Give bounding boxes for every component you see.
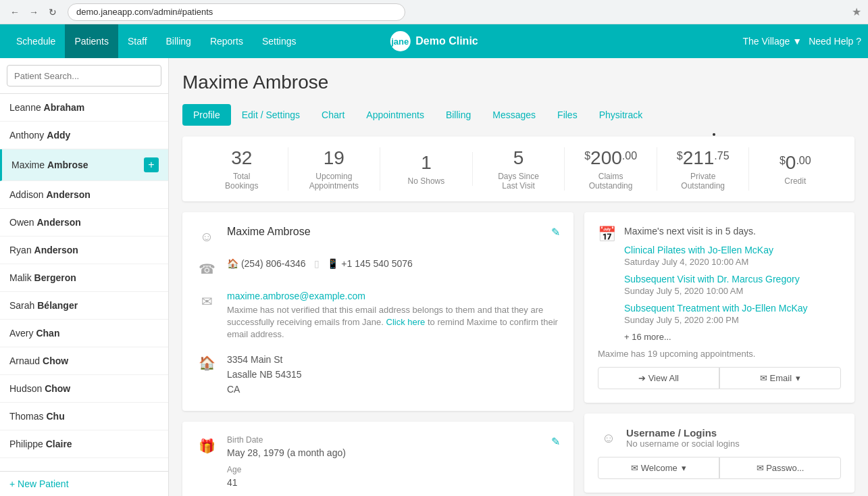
browser-nav-buttons: ← → ↻ <box>7 4 61 20</box>
welcome-dropdown-icon: ▾ <box>682 463 686 473</box>
gift-icon: 🎁 <box>196 435 218 457</box>
birth-label: Birth Date <box>227 435 560 445</box>
login-title: Username / Logins <box>626 427 740 439</box>
address-line1: 3354 Main St <box>227 352 560 367</box>
home-phone-value: (254) 806-4346 <box>241 258 306 269</box>
click-here-link[interactable]: Click here <box>386 317 426 327</box>
tab-appointments[interactable]: Appointments <box>355 104 435 126</box>
patient-item-leanne-abraham[interactable]: Leanne Abraham <box>0 94 168 122</box>
email-dropdown-icon: ▾ <box>796 373 800 383</box>
name-row: ☺ Maxime Ambrose ✎ <box>196 226 560 247</box>
patient-name: Sarah Bélanger <box>9 300 78 311</box>
nav-right: The Village ▼ Need Help ? <box>743 36 861 47</box>
edit-name-icon[interactable]: ✎ <box>551 226 560 239</box>
url-bar[interactable] <box>68 3 405 21</box>
phone-content: 🏠 (254) 806-4346 ▯ 📱 +1 145 540 5076 <box>227 258 560 269</box>
patient-item-philippe-claire[interactable]: Philippe Claire <box>0 430 168 458</box>
patient-name: Leanne Abraham <box>9 102 84 113</box>
password-button[interactable]: ✉ Passwo... <box>719 457 841 479</box>
tab-edit-settings[interactable]: Edit / Settings <box>231 104 311 126</box>
help-link[interactable]: Need Help ? <box>809 36 861 47</box>
appointment-date-1: Saturday July 4, 2020 10:00 AM <box>624 257 841 267</box>
left-column: ☺ Maxime Ambrose ✎ ☎ 🏠 (254) 806-4346 <box>182 212 573 496</box>
patient-item-anthony-addy[interactable]: Anthony Addy <box>0 122 168 149</box>
address-line2: Lasalle NB 54315 <box>227 367 560 382</box>
email-content: maxime.ambrose@example.com Maxime has no… <box>227 291 560 341</box>
person-icon: ☺ <box>196 226 218 247</box>
tab-physitrack[interactable]: Physitrack <box>588 104 654 126</box>
mobile-phone-value: +1 145 540 5076 <box>341 258 413 269</box>
birth-date-card: 🎁 ✎ Birth Date May 28, 1979 (a month ago… <box>182 422 573 496</box>
back-button[interactable]: ← <box>7 4 23 20</box>
nav-schedule[interactable]: Schedule <box>7 24 65 58</box>
patient-name: Maxime Ambrose <box>11 159 88 170</box>
user-icon: ☺ <box>598 427 619 449</box>
add-patient-button[interactable]: + <box>144 157 159 172</box>
welcome-button[interactable]: ✉ Welcome ▾ <box>598 457 719 479</box>
patient-item-malik-bergeron[interactable]: Malik Bergeron <box>0 264 168 292</box>
patient-item-thomas-chu[interactable]: Thomas Chu <box>0 403 168 430</box>
nav-staff[interactable]: Staff <box>118 24 157 58</box>
login-header: ☺ Username / Logins No username or socia… <box>598 427 841 449</box>
forward-button[interactable]: → <box>26 4 42 20</box>
home-phone-label: 🏠 <box>227 258 238 269</box>
tab-files[interactable]: Files <box>546 104 588 126</box>
patient-item-arnaud-chow[interactable]: Arnaud Chow <box>0 347 168 375</box>
appointment-link-2[interactable]: Subsequent Visit with Dr. Marcus Gregory <box>624 274 841 284</box>
patient-name: Avery Chan <box>9 328 59 339</box>
patient-item-maxime-ambrose[interactable]: Maxime Ambrose + <box>0 149 168 181</box>
more-appointments-link[interactable]: + 16 more... <box>624 332 841 342</box>
tab-billing[interactable]: Billing <box>435 104 482 126</box>
patient-name: Anthony Addy <box>9 130 70 141</box>
patient-name: Addison Anderson <box>9 189 91 200</box>
nav-settings[interactable]: Settings <box>253 24 306 58</box>
patient-title: Maxime Ambrose <box>182 72 854 93</box>
next-visit-card: 📅 Maxime's next visit is in 5 days. Clin… <box>584 212 854 403</box>
patient-item-avery-chan[interactable]: Avery Chan <box>0 320 168 347</box>
next-visit-header: Maxime's next visit is in 5 days. <box>624 226 841 237</box>
edit-birth-icon[interactable]: ✎ <box>551 435 560 448</box>
patient-item-owen-anderson[interactable]: Owen Anderson <box>0 209 168 237</box>
location-dropdown[interactable]: The Village ▼ <box>743 36 802 47</box>
patient-item-ryan-anderson[interactable]: Ryan Anderson <box>0 237 168 264</box>
email-button[interactable]: ✉ Email ▾ <box>719 367 841 389</box>
visit-action-buttons: ➔ View All ✉ Email ▾ <box>598 367 841 389</box>
view-all-button[interactable]: ➔ View All <box>598 367 719 389</box>
clinic-name: Demo Clinic <box>415 35 478 47</box>
patient-item-hudson-chow[interactable]: Hudson Chow <box>0 375 168 403</box>
logo-icon: jane <box>390 31 410 51</box>
upcoming-note: Maxime has 19 upcoming appointments. <box>598 349 841 359</box>
new-patient-button[interactable]: + New Patient <box>0 471 168 496</box>
nav-reports[interactable]: Reports <box>201 24 253 58</box>
nav-patients[interactable]: Patients <box>65 24 118 58</box>
stats-bar: 32 TotalBookings 19 UpcomingAppointments… <box>182 137 854 201</box>
right-column: 📅 Maxime's next visit is in 5 days. Clin… <box>584 212 854 496</box>
stat-total-bookings: 32 TotalBookings <box>196 147 288 191</box>
contact-card: ☺ Maxime Ambrose ✎ ☎ 🏠 (254) 806-4346 <box>182 212 573 411</box>
phone-icon: ☎ <box>196 258 218 280</box>
stat-private-outstanding: $ 211 .75 PrivateOutstanding <box>657 147 750 191</box>
patient-item-addison-anderson[interactable]: Addison Anderson <box>0 181 168 209</box>
nav-billing[interactable]: Billing <box>157 24 201 58</box>
patient-name: Philippe Claire <box>9 439 72 449</box>
patient-name: Hudson Chow <box>9 383 70 394</box>
top-navigation: Schedule Patients Staff Billing Reports … <box>0 24 868 58</box>
appointment-date-2: Sunday July 5, 2020 10:00 AM <box>624 286 841 296</box>
refresh-button[interactable]: ↻ <box>45 4 61 20</box>
patient-search-input[interactable] <box>7 65 161 86</box>
patient-item-sarah-belanger[interactable]: Sarah Bélanger <box>0 292 168 320</box>
stat-no-shows: 1 No Shows <box>380 152 473 186</box>
login-subtitle: No username or social logins <box>626 439 740 449</box>
calendar-icon: 📅 <box>598 226 616 243</box>
appointment-link-1[interactable]: Clinical Pilates with Jo-Ellen McKay <box>624 245 841 255</box>
tab-chart[interactable]: Chart <box>311 104 355 126</box>
bookmark-button[interactable]: ★ <box>852 5 861 18</box>
patient-list: Leanne Abraham Anthony Addy Maxime Ambro… <box>0 94 168 471</box>
stat-days-since-visit: 5 Days SinceLast Visit <box>473 147 565 191</box>
tab-messages[interactable]: Messages <box>482 104 546 126</box>
appointment-link-3[interactable]: Subsequent Treatment with Jo-Ellen McKay <box>624 303 841 314</box>
patient-name: Owen Anderson <box>9 217 81 228</box>
tab-profile[interactable]: Profile <box>182 104 231 126</box>
address-bar: ← → ↻ ★ <box>0 0 868 24</box>
sidebar: Leanne Abraham Anthony Addy Maxime Ambro… <box>0 58 169 496</box>
